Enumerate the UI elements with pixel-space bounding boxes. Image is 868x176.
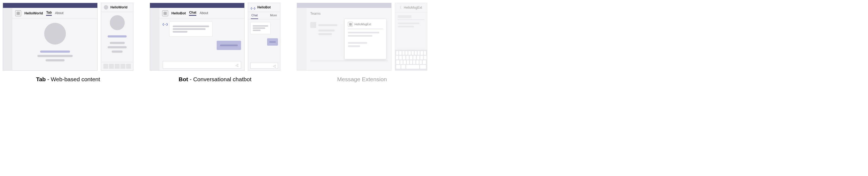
mobile-bottom-nav [101, 62, 133, 70]
incoming-message [163, 22, 241, 37]
bot-caption: Bot - Conversational chatbot [179, 76, 251, 82]
keyboard[interactable] [395, 50, 427, 70]
tab-desktop-window: HelloWorld Tab About [3, 3, 98, 71]
card-title: HelloMsgExt [354, 23, 371, 26]
svg-point-0 [164, 24, 165, 25]
mobile-header: HelloBot [248, 3, 280, 12]
mobile-header: HelloWorld [101, 3, 133, 12]
placeholder-line [112, 51, 123, 53]
bot-icon [251, 6, 255, 9]
back-icon[interactable]: 〈 [398, 5, 402, 10]
bot-desktop-window: HelloBot Chat About [150, 3, 245, 71]
mobile-title: HelloWorld [111, 5, 127, 9]
placeholder-line [110, 42, 125, 44]
placeholder-line [107, 46, 127, 48]
placeholder-line [253, 30, 260, 31]
placeholder-line [348, 42, 367, 44]
app-name: HelloBot [172, 11, 186, 15]
placeholder-line [45, 59, 65, 61]
avatar-placeholder [110, 15, 125, 30]
avatar-icon [104, 5, 108, 9]
mobile-content [101, 12, 133, 62]
app-rail [3, 8, 12, 70]
nav-item[interactable] [126, 64, 131, 69]
tab-caption: Tab - Web-based content [36, 76, 100, 82]
outgoing-message [217, 41, 241, 50]
compose-box[interactable] [163, 61, 241, 69]
send-icon[interactable] [236, 63, 239, 67]
app-rail [150, 8, 159, 70]
bot-icon [163, 23, 167, 26]
app-icon [348, 22, 353, 27]
svg-point-3 [253, 8, 254, 9]
msgext-header: Teams [306, 8, 391, 19]
avatar-placeholder [44, 23, 66, 45]
chat-body [159, 19, 244, 70]
msgext-section: Teams [297, 3, 427, 82]
svg-point-2 [252, 8, 253, 9]
tab-content [12, 19, 97, 70]
mobile-title: HelloBot [257, 5, 271, 9]
teams-label: Teams [310, 11, 320, 16]
placeholder-line [269, 41, 276, 43]
incoming-message [250, 22, 271, 34]
tab-about[interactable]: About [199, 11, 208, 16]
tab-section: HelloWorld Tab About [3, 3, 133, 82]
tab-tab[interactable]: Tab [46, 10, 52, 16]
msgext-mobile-window: 〈 HelloMsgExt [395, 3, 427, 71]
svg-point-1 [165, 24, 166, 25]
placeholder-line [318, 30, 335, 31]
placeholder-line [107, 35, 127, 37]
placeholder-line [348, 35, 372, 37]
placeholder-line [37, 55, 73, 57]
compose-box[interactable] [310, 60, 388, 68]
window-titlebar [297, 3, 391, 8]
msgext-desktop-window: Teams [297, 3, 392, 71]
mobile-header: 〈 HelloMsgExt [395, 3, 427, 12]
placeholder-line [318, 33, 332, 35]
mobile-title: HelloMsgExt [404, 6, 422, 9]
placeholder-line [398, 23, 420, 24]
compose-box[interactable] [250, 63, 278, 69]
placeholder-line [348, 32, 379, 33]
tab-about[interactable]: About [55, 11, 63, 16]
msgext-card: HelloMsgExt [344, 19, 386, 59]
app-rail [297, 8, 306, 70]
app-icon [15, 10, 21, 16]
placeholder-line [173, 31, 187, 32]
placeholder-line [220, 45, 238, 46]
bot-header: HelloBot Chat About [159, 8, 244, 19]
msgext-caption: Message Extension [337, 76, 387, 82]
send-icon[interactable] [273, 64, 276, 67]
placeholder-line [253, 27, 265, 29]
placeholder-line [40, 51, 70, 53]
mobile-tabs: Chat More [248, 12, 280, 19]
window-titlebar [150, 3, 244, 8]
mobile-body [395, 12, 427, 30]
mobile-tab-chat[interactable]: Chat [251, 12, 258, 19]
outgoing-message [267, 38, 278, 46]
app-icon [162, 10, 168, 16]
placeholder-line [348, 45, 360, 47]
placeholder-line [398, 15, 411, 18]
tab-header: HelloWorld Tab About [12, 8, 97, 19]
window-titlebar [3, 3, 97, 8]
nav-item[interactable] [109, 64, 114, 69]
placeholder-line [173, 28, 206, 30]
placeholder-line [398, 26, 414, 27]
mobile-chat-body [248, 19, 280, 70]
bot-section: HelloBot Chat About [150, 3, 280, 82]
placeholder-line [253, 25, 268, 27]
msgext-body: HelloMsgExt [306, 19, 391, 70]
nav-item[interactable] [115, 64, 120, 69]
tab-mobile-window: HelloWorld [101, 3, 133, 71]
placeholder-line [173, 26, 209, 27]
bot-mobile-window: HelloBot Chat More [248, 3, 280, 71]
nav-item[interactable] [120, 64, 125, 69]
tab-chat[interactable]: Chat [189, 10, 196, 16]
app-name: HelloWorld [24, 11, 43, 15]
mobile-tab-more[interactable]: More [270, 12, 277, 19]
nav-item[interactable] [103, 64, 108, 69]
